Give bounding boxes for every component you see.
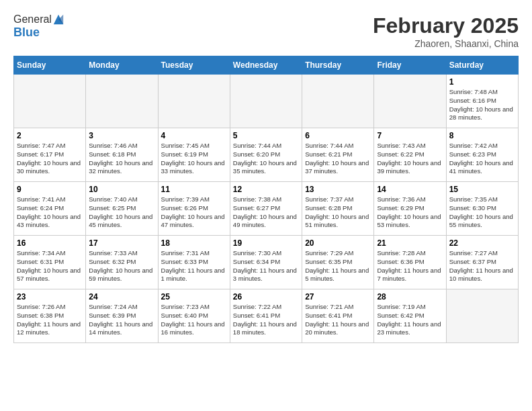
logo-general: General: [13, 13, 52, 26]
weekday-header-row: SundayMondayTuesdayWednesdayThursdayFrid…: [14, 56, 519, 75]
day-number: 13: [305, 185, 371, 194]
title-block: February 2025 Zhaoren, Shaanxi, China: [373, 13, 519, 49]
day-info: Sunrise: 7:31 AM Sunset: 6:33 PM Dayligh…: [161, 249, 227, 283]
day-number: 14: [377, 185, 443, 194]
day-cell: 5Sunrise: 7:44 AM Sunset: 6:20 PM Daylig…: [230, 128, 302, 182]
page-header: General Blue February 2025 Zhaoren, Shaa…: [13, 13, 519, 49]
day-number: 25: [161, 292, 227, 302]
day-cell: 10Sunrise: 7:40 AM Sunset: 6:25 PM Dayli…: [86, 182, 158, 236]
day-number: 20: [305, 238, 371, 248]
day-info: Sunrise: 7:46 AM Sunset: 6:18 PM Dayligh…: [89, 142, 154, 176]
day-info: Sunrise: 7:41 AM Sunset: 6:24 PM Dayligh…: [17, 195, 83, 230]
day-info: Sunrise: 7:39 AM Sunset: 6:26 PM Dayligh…: [161, 195, 227, 230]
day-cell: 26Sunrise: 7:22 AM Sunset: 6:41 PM Dayli…: [230, 289, 302, 343]
day-cell: 24Sunrise: 7:24 AM Sunset: 6:39 PM Dayli…: [86, 289, 158, 343]
day-cell: [14, 75, 86, 128]
weekday-friday: Friday: [374, 56, 446, 75]
day-number: 1: [449, 77, 515, 87]
day-cell: 12Sunrise: 7:38 AM Sunset: 6:27 PM Dayli…: [230, 182, 302, 236]
day-cell: 22Sunrise: 7:27 AM Sunset: 6:37 PM Dayli…: [446, 236, 518, 289]
day-number: 11: [161, 185, 227, 194]
day-cell: 20Sunrise: 7:29 AM Sunset: 6:35 PM Dayli…: [302, 236, 374, 289]
day-info: Sunrise: 7:47 AM Sunset: 6:17 PM Dayligh…: [17, 142, 83, 176]
day-cell: [158, 75, 230, 128]
weekday-sunday: Sunday: [14, 56, 86, 75]
day-info: Sunrise: 7:23 AM Sunset: 6:40 PM Dayligh…: [161, 303, 227, 337]
day-info: Sunrise: 7:34 AM Sunset: 6:31 PM Dayligh…: [17, 249, 83, 283]
day-cell: 6Sunrise: 7:44 AM Sunset: 6:21 PM Daylig…: [302, 128, 374, 182]
day-number: 22: [449, 238, 515, 248]
day-number: 24: [89, 292, 154, 302]
day-number: 3: [89, 131, 154, 140]
day-number: 12: [233, 185, 299, 194]
day-info: Sunrise: 7:29 AM Sunset: 6:35 PM Dayligh…: [305, 249, 371, 283]
day-number: 17: [89, 238, 154, 248]
week-row-3: 9Sunrise: 7:41 AM Sunset: 6:24 PM Daylig…: [14, 182, 519, 236]
day-cell: 25Sunrise: 7:23 AM Sunset: 6:40 PM Dayli…: [158, 289, 230, 343]
day-number: 2: [17, 131, 83, 140]
day-info: Sunrise: 7:27 AM Sunset: 6:37 PM Dayligh…: [449, 249, 515, 283]
day-cell: 2Sunrise: 7:47 AM Sunset: 6:17 PM Daylig…: [14, 128, 86, 182]
day-cell: [230, 75, 302, 128]
day-info: Sunrise: 7:30 AM Sunset: 6:34 PM Dayligh…: [233, 249, 299, 283]
logo-icon: [52, 13, 64, 26]
day-info: Sunrise: 7:33 AM Sunset: 6:32 PM Dayligh…: [89, 249, 154, 283]
weekday-tuesday: Tuesday: [158, 56, 230, 75]
day-info: Sunrise: 7:37 AM Sunset: 6:28 PM Dayligh…: [305, 195, 371, 230]
day-number: 4: [161, 131, 227, 140]
day-cell: 3Sunrise: 7:46 AM Sunset: 6:18 PM Daylig…: [86, 128, 158, 182]
day-number: 28: [377, 292, 443, 302]
weekday-monday: Monday: [86, 56, 158, 75]
week-row-4: 16Sunrise: 7:34 AM Sunset: 6:31 PM Dayli…: [14, 236, 519, 289]
day-info: Sunrise: 7:35 AM Sunset: 6:30 PM Dayligh…: [449, 195, 515, 230]
day-cell: [446, 289, 518, 343]
day-cell: 21Sunrise: 7:28 AM Sunset: 6:36 PM Dayli…: [374, 236, 446, 289]
day-cell: 17Sunrise: 7:33 AM Sunset: 6:32 PM Dayli…: [86, 236, 158, 289]
weekday-thursday: Thursday: [302, 56, 374, 75]
day-cell: 23Sunrise: 7:26 AM Sunset: 6:38 PM Dayli…: [14, 289, 86, 343]
weekday-saturday: Saturday: [446, 56, 518, 75]
day-info: Sunrise: 7:28 AM Sunset: 6:36 PM Dayligh…: [377, 249, 443, 283]
day-info: Sunrise: 7:44 AM Sunset: 6:21 PM Dayligh…: [305, 142, 371, 176]
day-cell: [374, 75, 446, 128]
month-title: February 2025: [373, 13, 519, 38]
day-number: 23: [17, 292, 83, 302]
day-info: Sunrise: 7:38 AM Sunset: 6:27 PM Dayligh…: [233, 195, 299, 230]
day-number: 21: [377, 238, 443, 248]
day-info: Sunrise: 7:43 AM Sunset: 6:22 PM Dayligh…: [377, 142, 443, 176]
day-number: 27: [305, 292, 371, 302]
day-cell: 27Sunrise: 7:21 AM Sunset: 6:41 PM Dayli…: [302, 289, 374, 343]
day-number: 8: [449, 131, 515, 140]
day-cell: 9Sunrise: 7:41 AM Sunset: 6:24 PM Daylig…: [14, 182, 86, 236]
day-info: Sunrise: 7:26 AM Sunset: 6:38 PM Dayligh…: [17, 303, 83, 337]
day-cell: [86, 75, 158, 128]
day-info: Sunrise: 7:40 AM Sunset: 6:25 PM Dayligh…: [89, 195, 154, 230]
day-cell: 18Sunrise: 7:31 AM Sunset: 6:33 PM Dayli…: [158, 236, 230, 289]
day-info: Sunrise: 7:48 AM Sunset: 6:16 PM Dayligh…: [449, 88, 515, 122]
day-number: 16: [17, 238, 83, 248]
logo-blue: Blue: [13, 26, 64, 40]
day-info: Sunrise: 7:22 AM Sunset: 6:41 PM Dayligh…: [233, 303, 299, 337]
day-cell: 8Sunrise: 7:42 AM Sunset: 6:23 PM Daylig…: [446, 128, 518, 182]
day-cell: 28Sunrise: 7:19 AM Sunset: 6:42 PM Dayli…: [374, 289, 446, 343]
calendar: SundayMondayTuesdayWednesdayThursdayFrid…: [13, 56, 519, 343]
day-number: 15: [449, 185, 515, 194]
day-info: Sunrise: 7:44 AM Sunset: 6:20 PM Dayligh…: [233, 142, 299, 176]
day-number: 26: [233, 292, 299, 302]
day-cell: 14Sunrise: 7:36 AM Sunset: 6:29 PM Dayli…: [374, 182, 446, 236]
day-cell: 11Sunrise: 7:39 AM Sunset: 6:26 PM Dayli…: [158, 182, 230, 236]
day-info: Sunrise: 7:24 AM Sunset: 6:39 PM Dayligh…: [89, 303, 154, 337]
day-number: 9: [17, 185, 83, 194]
day-number: 7: [377, 131, 443, 140]
day-number: 18: [161, 238, 227, 248]
day-number: 6: [305, 131, 371, 140]
day-cell: [302, 75, 374, 128]
day-cell: 16Sunrise: 7:34 AM Sunset: 6:31 PM Dayli…: [14, 236, 86, 289]
logo: General Blue: [13, 13, 64, 40]
day-cell: 1Sunrise: 7:48 AM Sunset: 6:16 PM Daylig…: [446, 75, 518, 128]
day-cell: 4Sunrise: 7:45 AM Sunset: 6:19 PM Daylig…: [158, 128, 230, 182]
weekday-wednesday: Wednesday: [230, 56, 302, 75]
day-info: Sunrise: 7:45 AM Sunset: 6:19 PM Dayligh…: [161, 142, 227, 176]
day-info: Sunrise: 7:21 AM Sunset: 6:41 PM Dayligh…: [305, 303, 371, 337]
day-info: Sunrise: 7:36 AM Sunset: 6:29 PM Dayligh…: [377, 195, 443, 230]
